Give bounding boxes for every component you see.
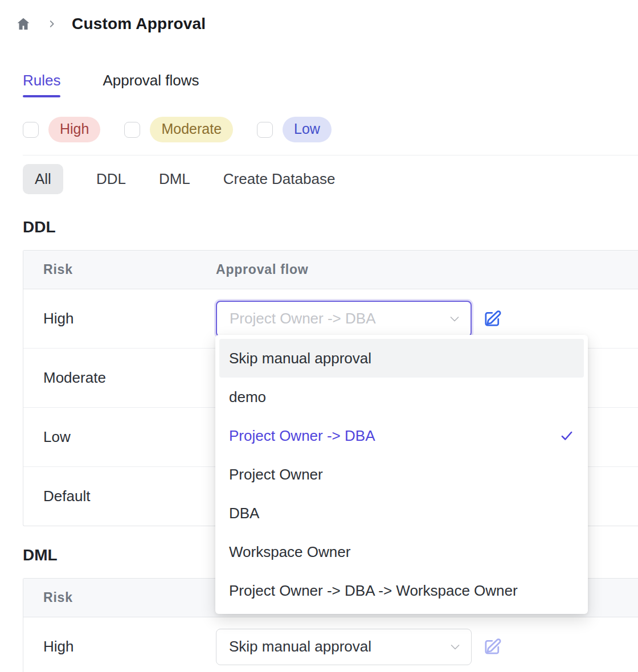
- dropdown-item-label: DBA: [229, 505, 259, 522]
- risk-label-moderate: Moderate: [23, 369, 216, 387]
- select-value: Project Owner -> DBA: [230, 310, 375, 327]
- edit-pencil-icon: [482, 309, 502, 329]
- category-filter-all[interactable]: All: [23, 164, 63, 194]
- badge-low: Low: [283, 117, 332, 142]
- approval-flow-select-dml-high[interactable]: Skip manual approval: [216, 629, 472, 665]
- dropdown-item-label: Project Owner -> DBA -> Workspace Owner: [229, 582, 518, 600]
- category-filter-row: All DDL DML Create Database: [23, 164, 638, 194]
- select-value: Skip manual approval: [229, 638, 371, 655]
- ddl-table-header: Risk Approval flow: [23, 251, 638, 289]
- tabs: Rules Approval flows: [23, 72, 638, 97]
- dropdown-item-label: Project Owner -> DBA: [229, 427, 375, 445]
- flow-cell-ddl-high: Project Owner -> DBA: [216, 301, 502, 337]
- check-icon: [559, 428, 574, 443]
- chevron-down-icon: [448, 640, 462, 654]
- checkbox-low[interactable]: [257, 122, 273, 138]
- edit-flow-button-dml-high[interactable]: [482, 637, 502, 657]
- dropdown-item-project-owner-dba-workspace-owner[interactable]: Project Owner -> DBA -> Workspace Owner: [219, 571, 584, 610]
- dropdown-item-skip-manual-approval[interactable]: Skip manual approval: [219, 339, 584, 378]
- tab-rules-label: Rules: [23, 72, 60, 89]
- risk-label-high: High: [23, 638, 216, 655]
- home-icon[interactable]: [16, 17, 31, 31]
- dropdown-item-label: demo: [229, 388, 266, 406]
- dropdown-item-project-owner-dba[interactable]: Project Owner -> DBA: [219, 416, 584, 455]
- category-filter-dml[interactable]: DML: [159, 170, 190, 188]
- column-header-risk: Risk: [23, 590, 216, 605]
- dropdown-item-label: Project Owner: [229, 466, 323, 483]
- risk-filter-high[interactable]: High: [23, 117, 100, 142]
- risk-label-default: Default: [23, 487, 216, 505]
- risk-label-high: High: [23, 310, 216, 327]
- chevron-down-icon: [448, 312, 461, 326]
- custom-approval-page: Custom Approval Rules Approval flows Hig…: [0, 0, 638, 672]
- dml-row-high: High Skip manual approval: [23, 617, 638, 672]
- approval-flow-select-ddl-high[interactable]: Project Owner -> DBA: [216, 301, 472, 337]
- approval-flow-dropdown: Skip manual approval demo Project Owner …: [215, 335, 588, 614]
- risk-label-low: Low: [23, 428, 216, 446]
- risk-filter-moderate[interactable]: Moderate: [124, 117, 233, 142]
- flow-cell-dml-high: Skip manual approval: [216, 629, 502, 665]
- page-title: Custom Approval: [72, 15, 206, 33]
- dropdown-item-label: Workspace Owner: [229, 543, 350, 561]
- tab-approval-flows-label: Approval flows: [103, 72, 199, 89]
- dropdown-item-project-owner[interactable]: Project Owner: [219, 455, 584, 494]
- checkbox-moderate[interactable]: [124, 122, 140, 138]
- risk-filter-low[interactable]: Low: [257, 117, 332, 142]
- category-filter-ddl[interactable]: DDL: [96, 170, 126, 188]
- dropdown-item-demo[interactable]: demo: [219, 378, 584, 416]
- dropdown-item-workspace-owner[interactable]: Workspace Owner: [219, 532, 584, 571]
- badge-moderate: Moderate: [150, 117, 233, 142]
- dropdown-item-label: Skip manual approval: [229, 350, 371, 367]
- chevron-right-icon: [47, 19, 57, 29]
- section-divider: [23, 155, 638, 155]
- tab-approval-flows[interactable]: Approval flows: [103, 72, 199, 97]
- edit-flow-button-ddl-high[interactable]: [482, 309, 502, 329]
- edit-pencil-icon: [482, 637, 502, 657]
- breadcrumb: Custom Approval: [0, 0, 638, 33]
- tab-rules[interactable]: Rules: [23, 72, 60, 97]
- badge-high: High: [48, 117, 100, 142]
- section-title-ddl: DDL: [23, 218, 638, 236]
- dropdown-item-dba[interactable]: DBA: [219, 494, 584, 532]
- active-tab-underline: [23, 95, 60, 97]
- column-header-risk: Risk: [23, 262, 216, 277]
- checkbox-high[interactable]: [23, 122, 39, 138]
- column-header-approval-flow: Approval flow: [216, 262, 308, 277]
- category-filter-create-database[interactable]: Create Database: [223, 170, 336, 188]
- risk-filter-row: High Moderate Low: [23, 117, 638, 142]
